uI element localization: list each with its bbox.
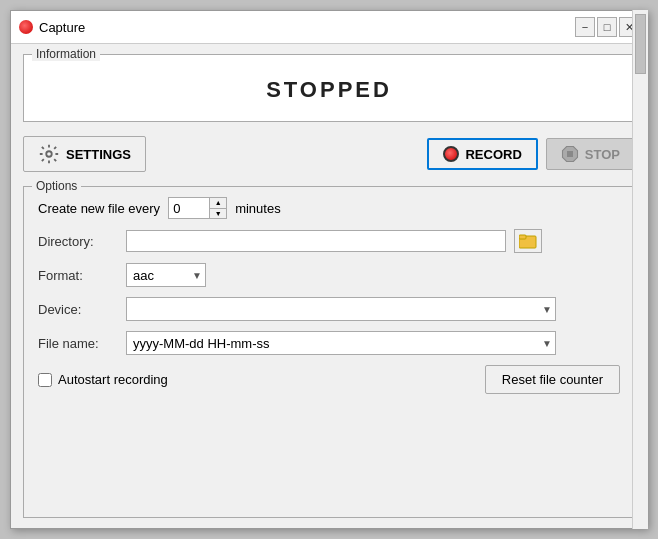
device-label: Device: xyxy=(38,302,118,317)
options-label: Options xyxy=(32,179,81,193)
directory-label: Directory: xyxy=(38,234,118,249)
toolbar: SETTINGS RECORD STOP xyxy=(23,132,635,176)
record-button[interactable]: RECORD xyxy=(427,138,537,170)
autostart-label: Autostart recording xyxy=(58,372,168,387)
browse-folder-button[interactable] xyxy=(514,229,542,253)
svg-rect-4 xyxy=(519,235,526,239)
format-select-wrapper: aac mp3 wav ogg ▼ xyxy=(126,263,206,287)
app-icon xyxy=(19,20,33,34)
scrollbar-track xyxy=(632,10,648,529)
spinner-up[interactable]: ▲ xyxy=(210,198,226,209)
title-bar: Capture − □ ✕ xyxy=(11,11,647,44)
gear-icon xyxy=(38,143,60,165)
stop-label: STOP xyxy=(585,147,620,162)
device-select[interactable] xyxy=(126,297,556,321)
directory-input[interactable] xyxy=(126,230,506,252)
filename-label: File name: xyxy=(38,336,118,351)
device-select-wrapper: ▼ xyxy=(126,297,556,321)
stop-icon xyxy=(561,145,579,163)
minutes-label: minutes xyxy=(235,201,281,216)
status-text: STOPPED xyxy=(34,61,624,111)
options-section: Options Create new file every ▲ ▼ minute… xyxy=(23,186,635,518)
create-file-row: Create new file every ▲ ▼ minutes xyxy=(38,197,620,219)
format-select[interactable]: aac mp3 wav ogg xyxy=(126,263,206,287)
information-section: Information STOPPED xyxy=(23,54,635,122)
filename-select[interactable]: yyyy-MM-dd HH-mm-ss xyxy=(126,331,556,355)
create-file-label: Create new file every xyxy=(38,201,160,216)
record-label: RECORD xyxy=(465,147,521,162)
filename-row: File name: yyyy-MM-dd HH-mm-ss ▼ xyxy=(38,331,620,355)
format-label: Format: xyxy=(38,268,118,283)
minutes-spinner[interactable]: ▲ ▼ xyxy=(168,197,227,219)
autostart-checkbox[interactable] xyxy=(38,373,52,387)
device-row: Device: ▼ xyxy=(38,297,620,321)
window-title: Capture xyxy=(39,20,569,35)
folder-icon xyxy=(519,233,537,249)
autostart-row: Autostart recording xyxy=(38,372,168,387)
minimize-button[interactable]: − xyxy=(575,17,595,37)
settings-label: SETTINGS xyxy=(66,147,131,162)
svg-point-0 xyxy=(46,151,52,157)
maximize-button[interactable]: □ xyxy=(597,17,617,37)
directory-row: Directory: xyxy=(38,229,620,253)
format-row: Format: aac mp3 wav ogg ▼ xyxy=(38,263,620,287)
bottom-row: Autostart recording Reset file counter xyxy=(38,365,620,394)
filename-select-wrapper: yyyy-MM-dd HH-mm-ss ▼ xyxy=(126,331,556,355)
record-dot-icon xyxy=(443,146,459,162)
settings-button[interactable]: SETTINGS xyxy=(23,136,146,172)
spinner-down[interactable]: ▼ xyxy=(210,209,226,219)
spinner-arrows: ▲ ▼ xyxy=(209,198,226,218)
minutes-input[interactable] xyxy=(169,198,209,218)
window-controls: − □ ✕ xyxy=(575,17,639,37)
svg-rect-2 xyxy=(567,151,573,157)
stop-button[interactable]: STOP xyxy=(546,138,635,170)
information-label: Information xyxy=(32,47,100,61)
window-body: Information STOPPED SETTINGS RECORD xyxy=(11,44,647,528)
scrollbar-thumb[interactable] xyxy=(635,14,646,74)
reset-counter-button[interactable]: Reset file counter xyxy=(485,365,620,394)
